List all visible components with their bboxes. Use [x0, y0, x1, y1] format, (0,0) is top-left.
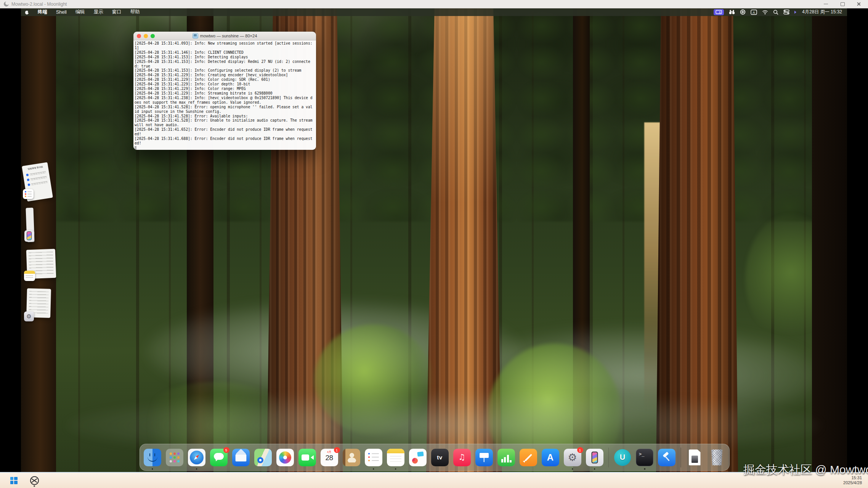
menubar-clock[interactable]: 4月28日 周一 15:32 — [802, 9, 842, 15]
moonlight-window-titlebar[interactable]: Mowtwo-2.local - Moonlight — [0, 0, 868, 8]
running-indicator — [572, 468, 573, 470]
menu-view[interactable]: 显示 — [94, 9, 103, 15]
apple-menu-icon[interactable] — [25, 10, 29, 14]
macos-menubar: 终端 Shell 编辑 显示 窗口 帮助 A — [21, 8, 847, 16]
dock-item-xcode[interactable] — [658, 449, 675, 466]
finder-icon — [144, 449, 161, 466]
wallpaper-fog — [147, 302, 520, 401]
dock-item-messages[interactable]: 5 — [210, 449, 228, 466]
screen-mirroring-icon[interactable] — [714, 9, 724, 15]
tv-icon: tv — [431, 449, 449, 466]
menu-help[interactable]: 帮助 — [130, 9, 140, 15]
dock-item-music[interactable] — [453, 449, 471, 466]
wallpaper-sunlit-tree — [644, 122, 660, 412]
dock: 54月281tv1 — [140, 444, 730, 471]
pages-icon — [520, 449, 537, 466]
menu-app[interactable]: 终端 — [38, 9, 47, 15]
dock-divider — [608, 448, 609, 467]
control-center-icon[interactable] — [783, 10, 789, 14]
iphone-mirroring-icon — [586, 449, 603, 466]
dock-item-notes[interactable] — [387, 449, 404, 466]
mail-icon — [232, 449, 250, 466]
svg-text:A: A — [753, 10, 755, 14]
minimize-button[interactable] — [820, 0, 831, 8]
dock-item-trash[interactable] — [708, 449, 726, 466]
dock-item-launchpad[interactable] — [166, 449, 183, 466]
terminal-zoom-button[interactable] — [151, 34, 155, 38]
moonlight-logo-icon — [4, 2, 9, 6]
running-indicator — [373, 468, 374, 470]
streamed-macos-display: 终端 Shell 编辑 显示 窗口 帮助 A — [21, 8, 847, 472]
terminal-title: mowtwo — sunshine — 80×24 — [200, 34, 257, 38]
spotlight-icon[interactable] — [773, 10, 778, 15]
stream-letterbox: 终端 Shell 编辑 显示 窗口 帮助 A — [0, 8, 868, 472]
dock-item-document[interactable] — [686, 449, 704, 466]
dock-item-safari[interactable] — [188, 449, 205, 466]
terminal-titlebar[interactable]: mowtwo — sunshine — 80×24 — [133, 32, 316, 40]
menu-window[interactable]: 窗口 — [112, 9, 122, 15]
dock-item-appstore[interactable] — [542, 449, 559, 466]
close-button[interactable] — [853, 0, 864, 8]
terminal-close-button[interactable] — [137, 34, 141, 38]
calendar-month: 4月 — [327, 450, 332, 454]
dock-item-pages[interactable] — [520, 449, 537, 466]
wallpaper-fog — [459, 328, 821, 424]
maps-icon — [254, 449, 272, 466]
numbers-icon — [497, 449, 515, 466]
terminal-log: [2025-04-28 15:31:41.093]: Info: New str… — [135, 41, 313, 150]
terminal-minimize-button[interactable] — [144, 34, 148, 38]
dock-item-mail[interactable] — [232, 449, 250, 466]
reminders-icon — [365, 449, 382, 466]
wallpaper-trunk — [426, 8, 502, 472]
dock-item-keynote[interactable] — [475, 449, 493, 466]
notes-icon — [24, 271, 35, 281]
windows-start-button[interactable] — [6, 474, 21, 487]
dock-item-finder[interactable] — [144, 449, 161, 466]
dock-item-terminal[interactable] — [636, 449, 653, 466]
window-title: Mowtwo-2.local - Moonlight — [11, 2, 67, 7]
dock-item-facetime[interactable] — [298, 449, 316, 466]
taskbar-moonlight-button[interactable] — [27, 474, 42, 487]
notification-badge: 1 — [334, 447, 340, 453]
hidden-apps-arrow-icon — [794, 11, 796, 14]
input-source-icon[interactable]: A — [751, 10, 757, 15]
dock-item-utm[interactable] — [614, 449, 631, 466]
appstore-icon — [542, 449, 559, 466]
feature-icon — [27, 178, 29, 181]
wallpaper-foliage — [745, 214, 837, 344]
terminal-window[interactable]: mowtwo — sunshine — 80×24 [2025-04-28 15… — [133, 32, 316, 150]
card-title: “提醒事项”新功能 — [23, 165, 47, 172]
wifi-icon[interactable] — [762, 10, 768, 14]
dock-item-iphone-mirroring[interactable] — [586, 449, 603, 466]
taskbar-date: 2025/4/28 — [843, 480, 862, 485]
maximize-icon — [841, 2, 845, 6]
menu-edit[interactable]: 编辑 — [75, 9, 85, 15]
dock-item-calendar[interactable]: 4月281 — [321, 449, 338, 466]
wallpaper-foliage — [314, 324, 433, 435]
menu-shell[interactable]: Shell — [56, 10, 67, 15]
binoculars-icon[interactable] — [729, 10, 735, 14]
terminal-body[interactable]: [2025-04-28 15:31:41.093]: Info: New str… — [133, 40, 316, 150]
running-indicator — [34, 485, 35, 487]
dock-item-tv[interactable]: tv — [431, 449, 449, 466]
moonlight-status-icon[interactable] — [740, 9, 746, 15]
terminal-icon — [636, 449, 653, 466]
watermark: 掘金技术社区 @ Mowtwo — [743, 462, 868, 478]
wallpaper-trunk — [812, 8, 847, 472]
wallpaper-trunk — [656, 8, 738, 472]
running-indicator — [644, 468, 645, 470]
notification-badge: 5 — [223, 447, 229, 453]
wallpaper-trunk — [573, 8, 590, 472]
calendar-day: 28 — [325, 454, 333, 462]
windows-taskbar: 15:31 2025/4/28 — [0, 472, 868, 488]
dock-item-reminders[interactable] — [365, 449, 382, 466]
dock-item-photos[interactable] — [276, 449, 294, 466]
dock-item-maps[interactable] — [254, 449, 272, 466]
dock-item-freeform[interactable] — [409, 449, 427, 466]
dock-item-numbers[interactable] — [497, 449, 515, 466]
maximize-button[interactable] — [837, 0, 848, 8]
dock-divider — [680, 448, 681, 467]
document-icon — [686, 449, 704, 466]
dock-item-settings[interactable]: 1 — [564, 449, 581, 466]
dock-item-contacts[interactable] — [343, 449, 360, 466]
